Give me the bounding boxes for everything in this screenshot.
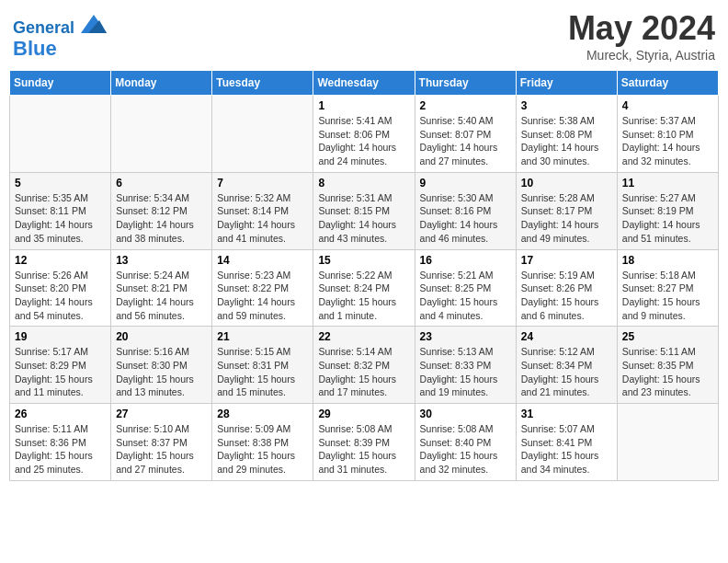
calendar-cell: 3Sunrise: 5:38 AM Sunset: 8:08 PM Daylig… bbox=[516, 96, 617, 173]
day-number: 4 bbox=[622, 99, 713, 112]
calendar-cell: 13Sunrise: 5:24 AM Sunset: 8:21 PM Dayli… bbox=[111, 249, 212, 327]
logo: General Blue bbox=[13, 15, 107, 60]
calendar-cell: 6Sunrise: 5:34 AM Sunset: 8:12 PM Daylig… bbox=[111, 172, 212, 249]
day-number: 27 bbox=[116, 408, 207, 420]
calendar-cell: 27Sunrise: 5:10 AM Sunset: 8:37 PM Dayli… bbox=[111, 404, 212, 481]
day-info: Sunrise: 5:40 AM Sunset: 8:07 PM Dayligh… bbox=[420, 114, 511, 168]
day-number: 10 bbox=[521, 177, 612, 190]
calendar-cell: 9Sunrise: 5:30 AM Sunset: 8:16 PM Daylig… bbox=[415, 172, 516, 249]
calendar-cell: 19Sunrise: 5:17 AM Sunset: 8:29 PM Dayli… bbox=[10, 327, 111, 404]
calendar-cell: 5Sunrise: 5:35 AM Sunset: 8:11 PM Daylig… bbox=[10, 172, 111, 249]
week-row-4: 19Sunrise: 5:17 AM Sunset: 8:29 PM Dayli… bbox=[10, 327, 719, 404]
day-info: Sunrise: 5:09 AM Sunset: 8:38 PM Dayligh… bbox=[217, 422, 308, 477]
calendar-cell: 2Sunrise: 5:40 AM Sunset: 8:07 PM Daylig… bbox=[415, 96, 516, 173]
day-number: 9 bbox=[420, 177, 511, 190]
day-number: 21 bbox=[217, 330, 308, 343]
calendar-cell: 4Sunrise: 5:37 AM Sunset: 8:10 PM Daylig… bbox=[617, 96, 718, 173]
day-number: 1 bbox=[318, 99, 409, 112]
calendar-cell: 28Sunrise: 5:09 AM Sunset: 8:38 PM Dayli… bbox=[212, 404, 313, 481]
day-info: Sunrise: 5:16 AM Sunset: 8:30 PM Dayligh… bbox=[116, 345, 207, 399]
day-number: 12 bbox=[15, 254, 106, 267]
day-number: 11 bbox=[622, 177, 713, 190]
calendar-cell: 24Sunrise: 5:12 AM Sunset: 8:34 PM Dayli… bbox=[516, 327, 617, 404]
day-info: Sunrise: 5:12 AM Sunset: 8:34 PM Dayligh… bbox=[521, 345, 612, 399]
calendar-cell: 20Sunrise: 5:16 AM Sunset: 8:30 PM Dayli… bbox=[111, 327, 212, 404]
day-info: Sunrise: 5:11 AM Sunset: 8:35 PM Dayligh… bbox=[622, 345, 713, 399]
day-number: 30 bbox=[420, 408, 511, 420]
day-info: Sunrise: 5:34 AM Sunset: 8:12 PM Dayligh… bbox=[116, 191, 207, 246]
calendar-cell: 29Sunrise: 5:08 AM Sunset: 8:39 PM Dayli… bbox=[313, 404, 415, 481]
day-info: Sunrise: 5:41 AM Sunset: 8:06 PM Dayligh… bbox=[318, 114, 409, 168]
calendar-cell: 15Sunrise: 5:22 AM Sunset: 8:24 PM Dayli… bbox=[313, 249, 415, 327]
day-number: 7 bbox=[217, 177, 308, 190]
day-number: 25 bbox=[622, 330, 713, 343]
day-info: Sunrise: 5:21 AM Sunset: 8:25 PM Dayligh… bbox=[420, 269, 511, 323]
calendar-cell bbox=[111, 96, 212, 173]
day-info: Sunrise: 5:38 AM Sunset: 8:08 PM Dayligh… bbox=[521, 114, 612, 168]
day-number: 3 bbox=[521, 99, 612, 112]
day-number: 17 bbox=[521, 254, 612, 267]
calendar-cell: 18Sunrise: 5:18 AM Sunset: 8:27 PM Dayli… bbox=[617, 249, 718, 327]
day-header-tuesday: Tuesday bbox=[212, 71, 313, 96]
calendar-cell bbox=[617, 404, 718, 481]
calendar-cell: 8Sunrise: 5:31 AM Sunset: 8:15 PM Daylig… bbox=[313, 172, 415, 249]
day-info: Sunrise: 5:30 AM Sunset: 8:16 PM Dayligh… bbox=[420, 191, 511, 246]
calendar-cell bbox=[10, 96, 111, 173]
day-number: 23 bbox=[420, 330, 511, 343]
day-number: 28 bbox=[217, 408, 308, 420]
day-header-saturday: Saturday bbox=[617, 71, 718, 96]
day-info: Sunrise: 5:27 AM Sunset: 8:19 PM Dayligh… bbox=[622, 191, 713, 246]
day-number: 31 bbox=[521, 408, 612, 420]
calendar-cell: 11Sunrise: 5:27 AM Sunset: 8:19 PM Dayli… bbox=[617, 172, 718, 249]
day-info: Sunrise: 5:14 AM Sunset: 8:32 PM Dayligh… bbox=[318, 345, 409, 399]
day-info: Sunrise: 5:32 AM Sunset: 8:14 PM Dayligh… bbox=[217, 191, 308, 246]
calendar-subtitle: Mureck, Styria, Austria bbox=[568, 48, 715, 63]
day-info: Sunrise: 5:19 AM Sunset: 8:26 PM Dayligh… bbox=[521, 269, 612, 323]
day-header-monday: Monday bbox=[111, 71, 212, 96]
calendar-cell: 14Sunrise: 5:23 AM Sunset: 8:22 PM Dayli… bbox=[212, 249, 313, 327]
day-number: 13 bbox=[116, 254, 207, 267]
days-header-row: SundayMondayTuesdayWednesdayThursdayFrid… bbox=[10, 71, 719, 96]
day-number: 14 bbox=[217, 254, 308, 267]
day-number: 18 bbox=[622, 254, 713, 267]
week-row-3: 12Sunrise: 5:26 AM Sunset: 8:20 PM Dayli… bbox=[10, 249, 719, 327]
calendar-cell: 17Sunrise: 5:19 AM Sunset: 8:26 PM Dayli… bbox=[516, 249, 617, 327]
day-number: 20 bbox=[116, 330, 207, 343]
day-number: 2 bbox=[420, 99, 511, 112]
day-header-thursday: Thursday bbox=[415, 71, 516, 96]
calendar-cell: 25Sunrise: 5:11 AM Sunset: 8:35 PM Dayli… bbox=[617, 327, 718, 404]
day-number: 5 bbox=[15, 177, 106, 190]
day-number: 26 bbox=[15, 408, 106, 420]
logo-text: General bbox=[13, 15, 107, 38]
day-number: 8 bbox=[318, 177, 409, 190]
day-number: 29 bbox=[318, 408, 409, 420]
calendar-cell: 26Sunrise: 5:11 AM Sunset: 8:36 PM Dayli… bbox=[10, 404, 111, 481]
calendar-cell: 10Sunrise: 5:28 AM Sunset: 8:17 PM Dayli… bbox=[516, 172, 617, 249]
day-info: Sunrise: 5:08 AM Sunset: 8:40 PM Dayligh… bbox=[420, 422, 511, 477]
day-info: Sunrise: 5:11 AM Sunset: 8:36 PM Dayligh… bbox=[15, 422, 106, 477]
day-number: 24 bbox=[521, 330, 612, 343]
day-info: Sunrise: 5:10 AM Sunset: 8:37 PM Dayligh… bbox=[116, 422, 207, 477]
calendar-cell: 7Sunrise: 5:32 AM Sunset: 8:14 PM Daylig… bbox=[212, 172, 313, 249]
calendar-cell: 22Sunrise: 5:14 AM Sunset: 8:32 PM Dayli… bbox=[313, 327, 415, 404]
day-number: 6 bbox=[116, 177, 207, 190]
day-info: Sunrise: 5:13 AM Sunset: 8:33 PM Dayligh… bbox=[420, 345, 511, 399]
calendar-cell: 16Sunrise: 5:21 AM Sunset: 8:25 PM Dayli… bbox=[415, 249, 516, 327]
calendar-cell: 31Sunrise: 5:07 AM Sunset: 8:41 PM Dayli… bbox=[516, 404, 617, 481]
day-info: Sunrise: 5:35 AM Sunset: 8:11 PM Dayligh… bbox=[15, 191, 106, 246]
logo-icon bbox=[81, 15, 107, 33]
calendar-title: May 2024 bbox=[568, 9, 715, 48]
day-info: Sunrise: 5:37 AM Sunset: 8:10 PM Dayligh… bbox=[622, 114, 713, 168]
day-number: 15 bbox=[318, 254, 409, 267]
day-info: Sunrise: 5:15 AM Sunset: 8:31 PM Dayligh… bbox=[217, 345, 308, 399]
calendar-cell: 1Sunrise: 5:41 AM Sunset: 8:06 PM Daylig… bbox=[313, 96, 415, 173]
day-info: Sunrise: 5:08 AM Sunset: 8:39 PM Dayligh… bbox=[318, 422, 409, 477]
logo-blue-text: Blue bbox=[13, 38, 107, 60]
calendar-cell bbox=[212, 96, 313, 173]
day-info: Sunrise: 5:22 AM Sunset: 8:24 PM Dayligh… bbox=[318, 269, 409, 323]
day-info: Sunrise: 5:07 AM Sunset: 8:41 PM Dayligh… bbox=[521, 422, 612, 477]
week-row-1: 1Sunrise: 5:41 AM Sunset: 8:06 PM Daylig… bbox=[10, 96, 719, 173]
day-number: 16 bbox=[420, 254, 511, 267]
week-row-5: 26Sunrise: 5:11 AM Sunset: 8:36 PM Dayli… bbox=[10, 404, 719, 481]
header: General Blue May 2024 Mureck, Styria, Au… bbox=[9, 9, 719, 63]
